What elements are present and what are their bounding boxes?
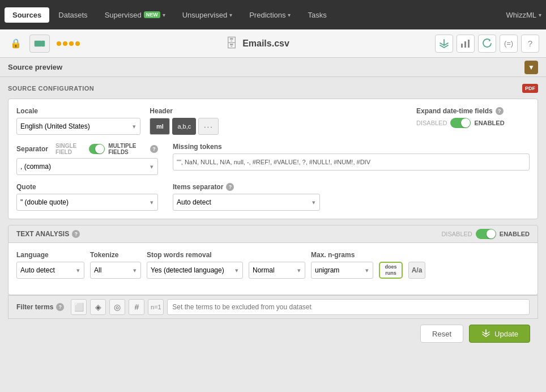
text-analysis-title: TEXT ANALYSIS ?	[16, 230, 80, 238]
svg-rect-0	[35, 41, 41, 46]
missing-tokens-input[interactable]	[173, 154, 530, 171]
section-header: SOURCE CONFIGURATION PDF	[8, 84, 538, 93]
nav-supervised[interactable]: Supervised NEW ▾	[97, 7, 173, 23]
config-row-2: Separator SINGLE FIELD MULTIPLE FIELDS ?…	[16, 143, 530, 175]
separator-select[interactable]: , (comma); (semicolon)TabSpace	[16, 158, 158, 175]
filter-icon-diamond[interactable]: ◈	[90, 299, 106, 315]
filter-terms-help-icon[interactable]: ?	[56, 303, 64, 311]
missing-tokens-label: Missing tokens	[173, 143, 530, 151]
single-field-label: SINGLE FIELD	[56, 143, 86, 155]
new-badge: NEW	[144, 11, 160, 18]
toolbar: 🔒 🗄 Emails.csv (=) ?	[0, 29, 546, 58]
export-icon[interactable]	[435, 35, 453, 53]
normal-group: NormalAggressiveNone	[249, 262, 305, 279]
language-select[interactable]: Auto detectEnglishSpanishFrench	[16, 262, 84, 279]
header-btn-dots[interactable]: ···	[198, 118, 219, 135]
stemmer-container: doesruns	[379, 262, 403, 279]
tokenize-group: Tokenize AllWordsCharacters	[90, 251, 141, 279]
nav-datasets[interactable]: Datasets	[50, 7, 95, 23]
code-icon[interactable]: (=)	[500, 35, 518, 53]
language-group: Language Auto detectEnglishSpanishFrench	[16, 251, 84, 279]
nav-whizzml[interactable]: WhizzML ▾	[506, 11, 541, 19]
tokenize-select[interactable]: AllWordsCharacters	[90, 262, 141, 279]
quote-select-wrapper: " (double quote)' (single quote)None	[16, 194, 158, 211]
separator-group: Separator SINGLE FIELD MULTIPLE FIELDS ?…	[16, 143, 158, 175]
separator-help-icon[interactable]: ?	[150, 145, 158, 153]
navbar: Sources Datasets Supervised NEW ▾ Unsupe…	[0, 0, 546, 29]
supervised-chevron: ▾	[163, 12, 165, 18]
header-btn-ml[interactable]: ml	[150, 118, 170, 135]
predictions-chevron: ▾	[288, 12, 291, 18]
ta-disabled-label: DISABLED	[441, 231, 472, 237]
tag-icon[interactable]	[29, 35, 50, 53]
pdf-button[interactable]: PDF	[522, 84, 538, 93]
stopwords-group: Stop words removal Yes (detected languag…	[147, 251, 243, 279]
unsupervised-chevron: ▾	[229, 12, 232, 18]
preview-bar: Source preview ▼	[0, 58, 546, 77]
separator-toggle[interactable]	[89, 144, 105, 154]
lock-icon[interactable]: 🔒	[7, 35, 25, 53]
chart-icon[interactable]	[457, 35, 475, 53]
ngrams-select-wrapper: unigrambigramtrigram	[311, 262, 373, 279]
help-circle-icon[interactable]: ?	[521, 35, 539, 53]
reset-button[interactable]: Reset	[420, 325, 463, 343]
case-button[interactable]: A/a	[408, 262, 425, 279]
header-label: Header	[150, 107, 274, 115]
items-separator-help-icon[interactable]: ?	[226, 183, 234, 191]
locale-label: Locale	[16, 107, 140, 115]
preview-toggle-icon[interactable]: ▼	[524, 61, 538, 74]
update-button[interactable]: Update	[469, 325, 530, 343]
config-row-3: Quote " (double quote)' (single quote)No…	[16, 183, 530, 211]
text-analysis-toggle-group: DISABLED ENABLED	[441, 229, 530, 239]
svg-rect-2	[461, 44, 463, 48]
items-separator-group: Items separator ? Auto detectCommaSemico…	[173, 183, 320, 211]
ngrams-label: Max. n-grams	[311, 251, 373, 259]
whizzml-label: WhizzML	[506, 11, 536, 19]
filter-icon-circle[interactable]: ◎	[109, 299, 125, 315]
whizzml-chevron: ▾	[539, 12, 541, 18]
filter-icon-image[interactable]: ⬜	[71, 299, 87, 315]
sep-toggle-group: SINGLE FIELD MULTIPLE FIELDS ?	[56, 143, 158, 155]
locale-group: Locale English (United States)SpanishFre…	[16, 107, 140, 135]
ta-row-1: Language Auto detectEnglishSpanishFrench…	[16, 251, 530, 279]
toolbar-right-buttons: (=) ?	[435, 35, 539, 53]
expand-datetime-toggle[interactable]	[450, 118, 471, 128]
items-separator-select[interactable]: Auto detectCommaSemicolonSpace	[173, 194, 320, 211]
bottom-bar: Reset Update	[8, 319, 538, 343]
spacer	[283, 107, 407, 135]
nav-sources-label: Sources	[12, 11, 41, 19]
missing-tokens-group: Missing tokens	[173, 143, 530, 175]
filter-icon-hash[interactable]: #	[129, 299, 144, 315]
main-content: SOURCE CONFIGURATION PDF Locale English …	[0, 77, 546, 350]
nav-tasks-label: Tasks	[308, 11, 326, 19]
header-btn-abc[interactable]: a,b,c	[172, 118, 196, 135]
expand-datetime-help-icon[interactable]: ?	[496, 107, 504, 115]
tokenize-label: Tokenize	[90, 251, 141, 259]
locale-select-wrapper: English (United States)SpanishFrenchGerm…	[16, 118, 140, 135]
normal-select[interactable]: NormalAggressiveNone	[249, 262, 305, 279]
ngrams-group: Max. n-grams unigrambigramtrigram	[311, 251, 373, 279]
text-analysis-help-icon[interactable]: ?	[72, 230, 80, 238]
config-panel: Locale English (United States)SpanishFre…	[8, 99, 538, 219]
language-select-wrapper: Auto detectEnglishSpanishFrench	[16, 262, 84, 279]
quote-select[interactable]: " (double quote)' (single quote)None	[16, 194, 158, 211]
svg-rect-4	[468, 40, 470, 48]
svg-rect-3	[464, 41, 466, 48]
nav-tasks[interactable]: Tasks	[300, 7, 334, 23]
file-title: Emails.csv	[242, 39, 289, 49]
expand-datetime-label: Expand date-time fields ?	[416, 107, 504, 115]
locale-select[interactable]: English (United States)SpanishFrenchGerm…	[16, 118, 140, 135]
filter-n1-button[interactable]: n=1	[148, 299, 164, 315]
refresh-icon[interactable]	[478, 35, 496, 53]
nav-supervised-label: Supervised	[105, 11, 142, 19]
nav-sources[interactable]: Sources	[5, 7, 49, 23]
nav-predictions[interactable]: Predictions ▾	[241, 7, 298, 23]
multiple-fields-label: MULTIPLE FIELDS	[108, 143, 147, 155]
filter-terms-input[interactable]	[167, 299, 530, 315]
nav-datasets-label: Datasets	[58, 11, 87, 19]
text-analysis-toggle[interactable]	[476, 229, 496, 239]
ngrams-select[interactable]: unigrambigramtrigram	[311, 262, 373, 279]
stemmer-button[interactable]: doesruns	[379, 262, 403, 279]
stopwords-select[interactable]: Yes (detected language)NoYes (English)	[147, 262, 243, 279]
nav-unsupervised[interactable]: Unsupervised ▾	[174, 7, 241, 23]
